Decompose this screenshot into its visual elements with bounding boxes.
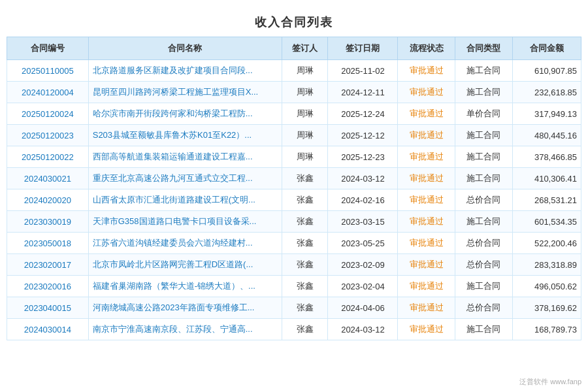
contract-id-cell[interactable]: 20250120023 [7,125,89,146]
contract-id-cell[interactable]: 2024020020 [7,189,89,211]
table-row: 20250120023S203县城至额敏县库鲁木苏K01至K22）...周琳20… [7,125,581,146]
table-row: 2024030014南京市宁淮高速南京段、江苏段、宁通高...张鑫2024-03… [7,319,581,340]
status-cell: 审批通过 [398,146,455,168]
status-badge: 审批通过 [410,65,444,75]
signer-cell: 周琳 [282,103,328,125]
type-cell: 施工合同 [455,276,513,297]
contract-name-cell[interactable]: 北京路道服务区新建及改扩建项目合同段... [88,60,282,82]
amount-cell: 232,618.85 [512,82,581,103]
contract-name-cell[interactable]: 江苏省六道沟镇经建委员会六道沟经建村... [88,233,282,254]
contract-id-cell[interactable]: 20250120022 [7,146,89,168]
col-header-amount: 合同金额 [512,37,581,60]
table-row: 2024020020山西省太原市汇通北街道路建设工程(文明...张鑫2024-0… [7,189,581,211]
signer-cell: 张鑫 [282,211,328,233]
signer-cell: 周琳 [282,125,328,146]
contract-id-cell[interactable]: 2023040015 [7,297,89,319]
status-badge: 审批通过 [410,195,444,204]
contract-name-cell[interactable]: 山西省太原市汇通北街道路建设工程(文明... [88,189,282,211]
contract-id-cell[interactable]: 20250120024 [7,103,89,125]
date-cell: 2023-03-15 [328,211,398,233]
date-cell: 2023-02-09 [328,254,398,276]
status-cell: 审批通过 [398,233,455,254]
amount-cell: 378,169.62 [512,297,581,319]
signer-cell: 张鑫 [282,189,328,211]
status-badge: 审批通过 [410,152,444,161]
signer-cell: 周琳 [282,82,328,103]
amount-cell: 378,466.85 [512,146,581,168]
contract-name-cell[interactable]: 南京市宁淮高速南京段、江苏段、宁通高... [88,319,282,340]
status-cell: 审批通过 [398,319,455,340]
type-cell: 总价合同 [455,254,513,276]
contract-id-cell[interactable]: 2023050018 [7,233,89,254]
date-cell: 2024-03-12 [328,168,398,189]
status-cell: 审批通过 [398,60,455,82]
type-cell: 总价合同 [455,189,513,211]
watermark: 泛普软件 www.fanp [519,377,581,387]
status-badge: 审批通过 [410,173,444,183]
amount-cell: 610,907.85 [512,60,581,82]
col-header-status: 流程状态 [398,37,455,60]
contract-id-cell[interactable]: 2024030021 [7,168,89,189]
col-header-id: 合同编号 [7,37,89,60]
date-cell: 2025-12-23 [328,146,398,168]
table-row: 20250120024哈尔滨市南开街段跨何家和沟桥梁工程防...周琳2025-1… [7,103,581,125]
table-row: 2023020017北京市凤岭北片区路网完善工程D区道路(...张鑫2023-0… [7,254,581,276]
contract-name-cell[interactable]: 哈尔滨市南开街段跨何家和沟桥梁工程防... [88,103,282,125]
contract-id-cell[interactable]: 2024030014 [7,319,89,340]
status-badge: 审批通过 [410,259,444,269]
table-header-row: 合同编号 合同名称 签订人 签订日期 流程状态 合同类型 合同金额 [7,37,581,60]
signer-cell: 张鑫 [282,297,328,319]
status-badge: 审批通过 [410,324,444,334]
table-row: 20250120022西部高等航道集装箱运输通道建设工程嘉...周琳2025-1… [7,146,581,168]
signer-cell: 张鑫 [282,276,328,297]
col-header-signer: 签订人 [282,37,328,60]
status-cell: 审批通过 [398,276,455,297]
date-cell: 2023-02-04 [328,276,398,297]
type-cell: 施工合同 [455,82,513,103]
contract-name-cell[interactable]: S203县城至额敏县库鲁木苏K01至K22）... [88,125,282,146]
status-cell: 审批通过 [398,211,455,233]
signer-cell: 张鑫 [282,254,328,276]
amount-cell: 496,050.62 [512,276,581,297]
status-badge: 审批通过 [410,281,444,291]
table-row: 20250110005北京路道服务区新建及改扩建项目合同段...周琳2025-1… [7,60,581,82]
page-title: 收入合同列表 [0,7,588,37]
contract-name-cell[interactable]: 重庆至北京高速公路九河互通式立交工程... [88,168,282,189]
status-cell: 审批通过 [398,103,455,125]
signer-cell: 张鑫 [282,319,328,340]
amount-cell: 268,531.21 [512,189,581,211]
type-cell: 施工合同 [455,125,513,146]
table-row: 2023050018江苏省六道沟镇经建委员会六道沟经建村...张鑫2023-05… [7,233,581,254]
contract-id-cell[interactable]: 2023020017 [7,254,89,276]
amount-cell: 522,200.46 [512,233,581,254]
contract-id-cell[interactable]: 20250110005 [7,60,89,82]
date-cell: 2025-12-24 [328,103,398,125]
amount-cell: 410,306.41 [512,168,581,189]
type-cell: 总价合同 [455,297,513,319]
amount-cell: 601,534.35 [512,211,581,233]
table-container: 合同编号 合同名称 签订人 签订日期 流程状态 合同类型 合同金额 202501… [0,37,588,340]
contract-id-cell[interactable]: 20240120004 [7,82,89,103]
contract-name-cell[interactable]: 河南绕城高速公路2023年路面专项维修工... [88,297,282,319]
type-cell: 施工合同 [455,168,513,189]
contract-name-cell[interactable]: 福建省巢湖南路（繁华大道-锦绣大道）、... [88,276,282,297]
type-cell: 施工合同 [455,319,513,340]
date-cell: 2024-12-11 [328,82,398,103]
contract-id-cell[interactable]: 2023030019 [7,211,89,233]
type-cell: 总价合同 [455,233,513,254]
contract-id-cell[interactable]: 2023020016 [7,276,89,297]
contract-name-cell[interactable]: 西部高等航道集装箱运输通道建设工程嘉... [88,146,282,168]
type-cell: 施工合同 [455,211,513,233]
table-row: 20240120004昆明至四川路跨河桥梁工程施工监理项目X...周琳2024-… [7,82,581,103]
contract-name-cell[interactable]: 昆明至四川路跨河桥梁工程施工监理项目X... [88,82,282,103]
status-cell: 审批通过 [398,125,455,146]
contract-name-cell[interactable]: 天津市G358国道路口电警卡口项目设备采... [88,211,282,233]
status-cell: 审批通过 [398,297,455,319]
signer-cell: 张鑫 [282,168,328,189]
signer-cell: 张鑫 [282,233,328,254]
amount-cell: 168,789.73 [512,319,581,340]
date-cell: 2024-02-16 [328,189,398,211]
status-cell: 审批通过 [398,168,455,189]
status-badge: 审批通过 [410,238,444,248]
contract-name-cell[interactable]: 北京市凤岭北片区路网完善工程D区道路(... [88,254,282,276]
